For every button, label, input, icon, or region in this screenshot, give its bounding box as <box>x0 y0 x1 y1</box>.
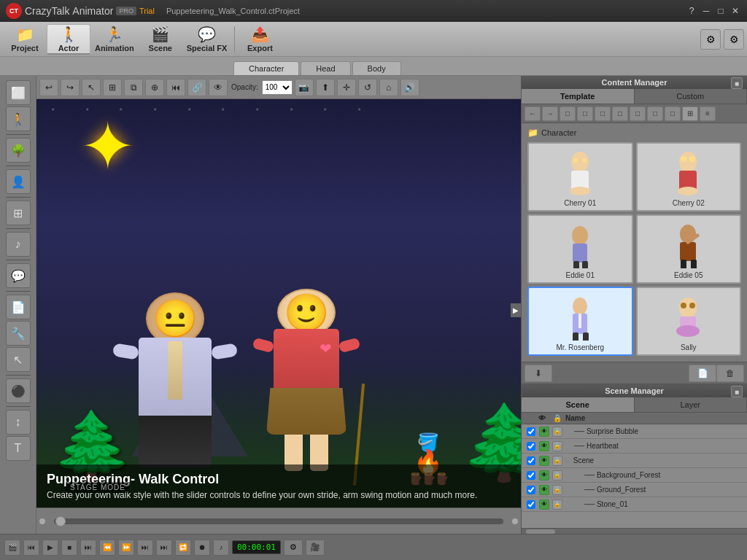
scene-eye-surprise[interactable]: 👁 <box>539 427 549 437</box>
sidebar-arrow-icon[interactable]: ↕ <box>6 410 31 435</box>
char-item-rosenberg[interactable]: Mr. Rosenberg <box>527 287 633 356</box>
move-up-btn[interactable]: ⬆ <box>316 79 335 96</box>
cm-btn-4[interactable]: □ <box>577 106 593 121</box>
category-character[interactable]: 📁 Character <box>525 126 744 139</box>
music-btn[interactable]: ♪ <box>213 540 229 556</box>
opacity-select[interactable]: 100 <box>262 80 293 95</box>
timeline-handle[interactable] <box>55 516 66 526</box>
scene-lock-scene[interactable]: 🔒 <box>552 456 562 466</box>
scene-eye-scene[interactable]: 👁 <box>539 456 549 466</box>
subtab-body[interactable]: Body <box>352 61 401 75</box>
tab-layer[interactable]: Layer <box>635 397 748 412</box>
select-btn[interactable]: ↖ <box>82 79 101 96</box>
cm-btn-6[interactable]: □ <box>612 106 628 121</box>
scene-check-heartbeat[interactable] <box>527 442 535 451</box>
scene-manager-close-btn[interactable]: ■ <box>731 386 743 397</box>
scene-lock-ground-forest[interactable]: 🔒 <box>552 485 562 495</box>
scene-lock-heartbeat[interactable]: 🔒 <box>552 441 562 451</box>
scene-lock-bg-forest[interactable]: 🔒 <box>552 470 562 481</box>
subtab-character[interactable]: Character <box>233 61 299 75</box>
dupe-btn[interactable]: ⊕ <box>145 79 164 96</box>
toolbar-btn-export[interactable]: 📤 Export <box>238 24 282 55</box>
scene-check-surprise[interactable] <box>527 427 535 436</box>
cm-btn-5[interactable]: □ <box>595 106 611 121</box>
scene-check-stone01[interactable] <box>527 500 535 509</box>
clone-btn[interactable]: ⧉ <box>124 79 143 96</box>
scene-eye-bg-forest[interactable]: 👁 <box>539 470 549 481</box>
cm-btn-1[interactable]: ← <box>525 106 541 121</box>
scene-lock-surprise[interactable]: 🔒 <box>552 427 562 437</box>
close-button[interactable]: ✕ <box>729 5 741 17</box>
render-settings-btn[interactable]: 🎥 <box>306 540 325 556</box>
prev-frame-btn[interactable]: ⏭ <box>80 540 96 556</box>
cm-btn-9[interactable]: □ <box>665 106 681 121</box>
undo-btn[interactable]: ↩ <box>39 79 58 96</box>
transform-btn[interactable]: ⊞ <box>103 79 122 96</box>
sidebar-person1-icon[interactable]: 🚶 <box>6 106 31 131</box>
render-btn[interactable]: 🎬 <box>4 540 20 556</box>
cm-import-btn[interactable]: ⬇ <box>525 365 552 382</box>
home2-btn[interactable]: ⌂ <box>379 79 398 96</box>
timeline-slider[interactable] <box>54 518 503 524</box>
char-item-cherry01[interactable]: Cherry 01 <box>527 142 633 211</box>
home-btn[interactable]: ⏮ <box>166 79 185 96</box>
link-btn[interactable]: 🔗 <box>187 79 206 96</box>
settings-icon-btn[interactable]: ⚙ <box>700 29 721 50</box>
scene-lock-stone01[interactable]: 🔒 <box>552 499 562 510</box>
sidebar-select-icon[interactable]: ⬜ <box>6 80 31 105</box>
sidebar-text-icon[interactable]: T <box>6 436 31 461</box>
scene-check-bg-forest[interactable] <box>527 471 535 480</box>
audio-btn[interactable]: 🔊 <box>400 79 419 96</box>
sidebar-doc-icon[interactable]: 📄 <box>6 295 31 319</box>
scene-scroll-handle[interactable] <box>526 529 555 534</box>
play-btn[interactable]: ▶ <box>42 540 58 556</box>
next-frame-btn[interactable]: ⏭ <box>137 540 153 556</box>
scene-scrollbar[interactable] <box>522 528 747 534</box>
redo-btn[interactable]: ↪ <box>61 79 80 96</box>
sidebar-tools-icon[interactable]: 🔧 <box>6 321 31 346</box>
loop-btn[interactable]: 🔁 <box>175 540 191 556</box>
toolbar-btn-project[interactable]: 📁 Project <box>3 24 47 55</box>
tab-custom[interactable]: Custom <box>635 89 748 104</box>
scene-check-scene[interactable] <box>527 456 535 465</box>
char-item-eddie05[interactable]: Eddie 05 <box>636 214 742 284</box>
sidebar-cursor-icon[interactable]: ↖ <box>6 347 31 372</box>
forward-btn[interactable]: ⏩ <box>118 540 134 556</box>
scene-eye-stone01[interactable]: 👁 <box>539 499 549 510</box>
scene-eye-heartbeat[interactable]: 👁 <box>539 441 549 451</box>
config-icon-btn[interactable]: ⚙ <box>724 29 744 50</box>
cm-btn-7[interactable]: □ <box>630 106 646 121</box>
toolbar-btn-actor[interactable]: 🚶 Actor <box>47 24 90 55</box>
subtab-head[interactable]: Head <box>301 61 350 75</box>
scene-eye-ground-forest[interactable]: 👁 <box>539 485 549 495</box>
cm-delete-btn[interactable]: 🗑 <box>716 365 744 382</box>
sidebar-person2-icon[interactable]: 🌳 <box>6 138 31 163</box>
preview-btn[interactable]: 👁 <box>209 79 228 96</box>
rotate-btn[interactable]: ↺ <box>358 79 377 96</box>
char-item-eddie01[interactable]: Eddie 01 <box>527 214 633 284</box>
sidebar-dot-icon[interactable]: ⚫ <box>6 378 31 403</box>
cm-add-btn[interactable]: 📄 <box>689 365 716 382</box>
help-button[interactable]: ? <box>686 5 697 17</box>
tab-scene[interactable]: Scene <box>522 397 635 412</box>
record-btn[interactable]: ⏺ <box>194 540 210 556</box>
cm-btn-2[interactable]: → <box>542 106 558 121</box>
move-btn[interactable]: ✛ <box>337 79 356 96</box>
content-manager-close-btn[interactable]: ■ <box>731 77 743 89</box>
prev-start-btn[interactable]: ⏮ <box>23 540 39 556</box>
char-item-sally[interactable]: Sally <box>636 287 742 356</box>
stop-btn[interactable]: ■ <box>61 540 77 556</box>
scene-check-ground-forest[interactable] <box>527 486 535 494</box>
sidebar-person3-icon[interactable]: 👤 <box>6 169 31 194</box>
tab-template[interactable]: Template <box>522 89 635 104</box>
minimize-button[interactable]: ─ <box>700 5 712 17</box>
cm-list-btn[interactable]: ≡ <box>700 106 716 121</box>
toolbar-btn-animation[interactable]: 🏃 Animation <box>90 24 139 55</box>
toolbar-btn-specialfx[interactable]: 💬 Special FX <box>182 24 232 55</box>
cm-btn-3[interactable]: □ <box>560 106 576 121</box>
camera-btn[interactable]: 📷 <box>295 79 314 96</box>
next-end-btn[interactable]: ⏭ <box>156 540 172 556</box>
cm-btn-8[interactable]: □ <box>647 106 663 121</box>
canvas-right-arrow[interactable]: ▶ <box>511 303 521 317</box>
sidebar-grid-icon[interactable]: ⊞ <box>6 201 31 225</box>
